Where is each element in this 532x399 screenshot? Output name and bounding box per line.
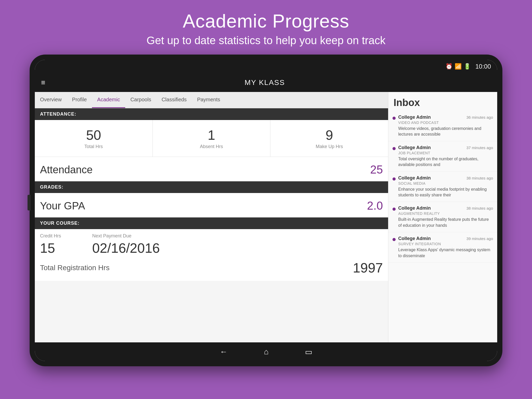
inbox-dot-4 — [393, 238, 396, 241]
tab-payments[interactable]: Payments — [192, 92, 225, 108]
total-hrs-value: 50 — [37, 127, 150, 143]
app-title: MY KLASS — [51, 78, 478, 87]
tablet-device: ⏰ 📶 🔋 10:00 ≡ MY KLASS Overview Profile … — [30, 55, 502, 366]
inbox-dot-0 — [393, 117, 396, 120]
inbox-item-4[interactable]: College Admin 39 minutes ago SURVEY INTE… — [388, 232, 497, 263]
recent-button[interactable]: ▭ — [305, 347, 312, 356]
inbox-sender-3: College Admin — [398, 205, 431, 211]
inbox-sender-2: College Admin — [398, 175, 431, 181]
inbox-time-3: 38 minutes ago — [466, 206, 493, 210]
gpa-label: Your GPA — [40, 200, 85, 212]
grades-section-header: GRADES: — [35, 181, 388, 193]
bottom-nav: ← ⌂ ▭ — [35, 342, 497, 361]
status-bar: ⏰ 📶 🔋 10:00 — [35, 60, 497, 73]
gpa-value: 2.0 — [367, 199, 383, 212]
inbox-header-0: College Admin 36 minutes ago — [398, 115, 493, 120]
battery-icon: 🔋 — [464, 63, 471, 70]
overflow-row: Total Registration Hrs 1997 — [35, 260, 388, 281]
credit-hrs-label: Credit Hrs — [40, 233, 61, 239]
tab-classifieds[interactable]: Classifieds — [156, 92, 192, 108]
back-button[interactable]: ← — [220, 347, 228, 356]
makeup-hrs-label: Make Up Hrs — [273, 144, 385, 149]
makeup-hrs-value: 9 — [273, 127, 385, 143]
attendance-value: 25 — [370, 163, 383, 176]
inbox-time-0: 36 minutes ago — [466, 115, 493, 119]
inbox-sender-0: College Admin — [398, 115, 431, 120]
payment-due-label: Next Payment Due — [92, 233, 160, 239]
inbox-item-0[interactable]: College Admin 36 minutes ago VIDEO AND P… — [388, 111, 497, 141]
tablet-screen: ⏰ 📶 🔋 10:00 ≡ MY KLASS Overview Profile … — [35, 60, 497, 361]
inbox-header-3: College Admin 38 minutes ago — [398, 205, 493, 211]
inbox-time-2: 38 minutes ago — [466, 176, 493, 180]
inbox-content-0: College Admin 36 minutes ago VIDEO AND P… — [398, 115, 493, 137]
inbox-category-4: SURVEY INTEGRATION — [398, 242, 493, 246]
total-hrs-label: Total Hrs — [37, 144, 150, 149]
tab-bar: Overview Profile Academic Carpools Class… — [35, 92, 388, 108]
tab-profile[interactable]: Profile — [67, 92, 92, 108]
course-section-header: YOUR COURSE: — [35, 217, 388, 229]
inbox-title: Inbox — [388, 92, 497, 111]
inbox-category-3: AUGMENTED REALITY — [398, 211, 493, 216]
overflow-label: Total Registration Hrs — [40, 264, 110, 272]
total-hrs-stat: 50 Total Hrs — [35, 120, 153, 157]
inbox-preview-4: Leverage Klass Apps' dynamic messaging s… — [398, 247, 493, 259]
inbox-preview-1: Total oversight on the number of graduat… — [398, 156, 493, 168]
attendance-section-header: ATTENDANCE: — [35, 108, 388, 120]
home-button[interactable]: ⌂ — [264, 347, 269, 356]
inbox-item-1[interactable]: College Admin 37 minutes ago JOB PLACEME… — [388, 141, 497, 172]
attendance-stats: 50 Total Hrs 1 Absent Hrs 9 Make Up Hrs — [35, 120, 388, 157]
inbox-dot-3 — [393, 208, 396, 211]
attendance-metric-row: Attendance 25 — [35, 157, 388, 181]
hamburger-icon[interactable]: ≡ — [41, 78, 45, 87]
wifi-icon: 📶 — [455, 63, 462, 70]
payment-due-value: 02/16/2016 — [92, 240, 160, 256]
inbox-header-4: College Admin 39 minutes ago — [398, 236, 493, 241]
tab-carpools[interactable]: Carpools — [125, 92, 156, 108]
credit-hrs-item: Credit Hrs 15 — [40, 233, 61, 256]
absent-hrs-value: 1 — [155, 127, 268, 143]
inbox-time-1: 37 minutes ago — [466, 145, 493, 150]
absent-hrs-label: Absent Hrs — [155, 144, 268, 149]
status-icons: ⏰ 📶 🔋 10:00 — [445, 63, 491, 70]
inbox-header-1: College Admin 37 minutes ago — [398, 145, 493, 150]
page-title: Academic Progress — [147, 10, 385, 32]
course-section: Credit Hrs 15 Next Payment Due 02/16/201… — [35, 229, 388, 281]
inbox-preview-2: Enhance your social media footprint by e… — [398, 187, 493, 198]
app-bar: ≡ MY KLASS — [35, 73, 497, 92]
gpa-metric-row: Your GPA 2.0 — [35, 193, 388, 217]
inbox-dot-2 — [393, 177, 396, 181]
left-panel: Overview Profile Academic Carpools Class… — [35, 92, 388, 342]
inbox-category-1: JOB PLACEMENT — [398, 151, 493, 155]
tab-academic[interactable]: Academic — [92, 92, 125, 108]
inbox-preview-3: Built-in Augmented Reality feature puts … — [398, 217, 493, 228]
credit-hrs-value: 15 — [40, 240, 61, 256]
inbox-content-1: College Admin 37 minutes ago JOB PLACEME… — [398, 145, 493, 168]
page-header: Academic Progress Get up to date statist… — [147, 10, 385, 47]
content-area: Overview Profile Academic Carpools Class… — [35, 92, 497, 342]
inbox-content-3: College Admin 38 minutes ago AUGMENTED R… — [398, 205, 493, 228]
status-time: 10:00 — [475, 63, 491, 70]
inbox-item-2[interactable]: College Admin 38 minutes ago SOCIAL MEDI… — [388, 172, 497, 202]
inbox-content-4: College Admin 39 minutes ago SURVEY INTE… — [398, 236, 493, 259]
inbox-panel: Inbox College Admin 36 minutes ago VIDEO… — [388, 92, 497, 342]
inbox-content-2: College Admin 38 minutes ago SOCIAL MEDI… — [398, 175, 493, 198]
inbox-preview-0: Welcome videos, graduation ceremonies an… — [398, 126, 493, 137]
page-subtitle: Get up to date statistics to help you ke… — [147, 34, 385, 47]
inbox-sender-1: College Admin — [398, 145, 431, 150]
inbox-time-4: 39 minutes ago — [466, 236, 493, 241]
makeup-hrs-stat: 9 Make Up Hrs — [270, 120, 388, 157]
attendance-label: Attendance — [40, 164, 92, 176]
course-details: Credit Hrs 15 Next Payment Due 02/16/201… — [35, 229, 388, 260]
overflow-value: 1997 — [353, 260, 383, 276]
inbox-header-2: College Admin 38 minutes ago — [398, 175, 493, 181]
inbox-category-2: SOCIAL MEDIA — [398, 181, 493, 185]
inbox-sender-4: College Admin — [398, 236, 431, 241]
volume-button — [28, 195, 31, 210]
inbox-category-0: VIDEO AND PODCAST — [398, 121, 493, 125]
payment-due-item: Next Payment Due 02/16/2016 — [92, 233, 160, 256]
absent-hrs-stat: 1 Absent Hrs — [153, 120, 271, 157]
inbox-item-3[interactable]: College Admin 38 minutes ago AUGMENTED R… — [388, 202, 497, 232]
inbox-dot-1 — [393, 147, 396, 150]
alarm-icon: ⏰ — [445, 63, 453, 70]
tab-overview[interactable]: Overview — [35, 92, 67, 108]
